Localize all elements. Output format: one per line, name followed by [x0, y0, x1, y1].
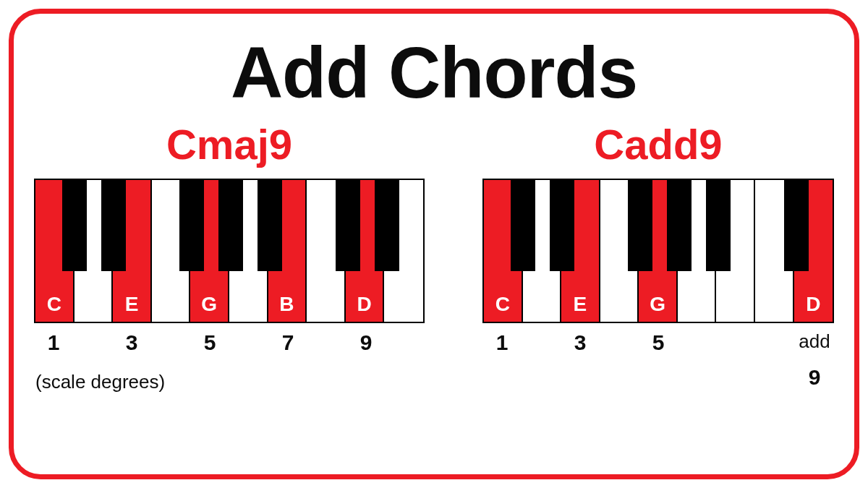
page-title: Add Chords	[14, 31, 854, 114]
degree	[73, 330, 112, 355]
degree	[482, 362, 522, 390]
white-key	[678, 180, 717, 322]
degree	[600, 362, 639, 390]
chord-cmaj9: Cmaj9 C E G B D	[34, 120, 425, 393]
diagram-frame: Add Chords Cmaj9 C E G B D	[9, 9, 859, 479]
white-key: D	[794, 180, 833, 322]
keyboard: C E G B D	[34, 179, 425, 323]
note-label: C	[47, 293, 61, 316]
white-key	[523, 180, 562, 322]
white-keys: C E G B D	[35, 180, 423, 322]
chord-row: Cmaj9 C E G B D	[14, 120, 854, 393]
white-key: C	[484, 180, 523, 322]
degree-row: 1 3 5 add	[482, 330, 834, 355]
chord-cadd9: Cadd9 C E G D	[482, 120, 834, 393]
degree	[639, 362, 678, 390]
white-key	[716, 180, 755, 322]
white-key: E	[561, 180, 600, 322]
chord-name: Cmaj9	[166, 120, 292, 168]
white-key	[755, 180, 794, 322]
degree: 3	[561, 330, 600, 355]
degree	[678, 362, 717, 390]
degree	[307, 330, 346, 355]
note-label: E	[125, 293, 139, 316]
white-key: D	[346, 180, 385, 322]
degree-row: 1 3 5 7 9	[34, 330, 425, 355]
degree: 7	[268, 330, 307, 355]
degree	[717, 362, 756, 390]
note-label: G	[201, 293, 217, 316]
white-key	[152, 180, 191, 322]
degree	[229, 330, 268, 355]
degree	[561, 362, 600, 390]
add-degree: 9	[795, 365, 834, 390]
degree: 1	[482, 330, 522, 355]
note-label: E	[574, 293, 587, 316]
white-key	[75, 180, 114, 322]
degree	[678, 330, 717, 355]
keyboard: C E G D	[482, 179, 834, 323]
footnote: (scale degrees)	[35, 371, 165, 393]
degree	[522, 330, 561, 355]
white-key: E	[113, 180, 152, 322]
degree: 1	[34, 330, 73, 355]
white-key: C	[35, 180, 75, 322]
degree	[522, 362, 561, 390]
white-key	[229, 180, 268, 322]
degree: 5	[190, 330, 229, 355]
degree	[600, 330, 639, 355]
note-label: C	[495, 293, 510, 316]
white-key	[307, 180, 346, 322]
degree: 5	[639, 330, 678, 355]
degree-row-2: 9	[482, 362, 834, 390]
degree	[386, 330, 425, 355]
degree: 3	[112, 330, 151, 355]
degree	[151, 330, 190, 355]
note-label: D	[357, 293, 371, 316]
degree: 9	[346, 330, 386, 355]
white-key	[384, 180, 423, 322]
degree	[756, 362, 795, 390]
white-key	[600, 180, 639, 322]
white-key: B	[268, 180, 307, 322]
white-key: G	[190, 180, 229, 322]
note-label: D	[806, 293, 820, 316]
degree	[717, 330, 756, 355]
add-label: add	[795, 330, 834, 355]
white-keys: C E G D	[484, 180, 833, 322]
note-label: G	[650, 293, 665, 316]
note-label: B	[279, 293, 294, 316]
chord-name: Cadd9	[594, 120, 722, 168]
white-key: G	[639, 180, 678, 322]
degree	[756, 330, 795, 355]
